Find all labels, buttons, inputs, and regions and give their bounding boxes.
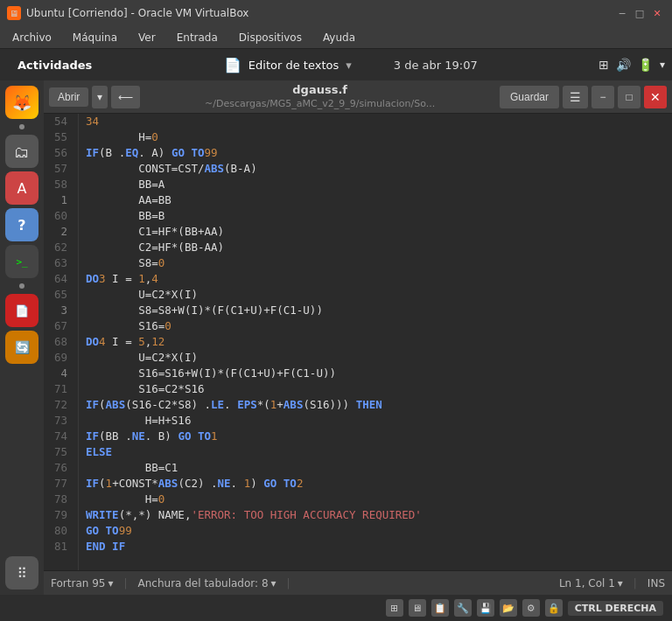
status-bar: Fortran 95 ▾ | Anchura del tabulador: 8 … bbox=[44, 570, 672, 595]
code-line-72: IF(ABS(S16-C2*S8) .LE. EPS*(1+ABS(S16)))… bbox=[86, 397, 665, 413]
history-button[interactable]: ⟵ bbox=[111, 86, 140, 108]
file-path: ~/Descargas/MG5_aMC_v2_9_9/simulacion/So… bbox=[205, 98, 435, 110]
insert-mode: INS bbox=[648, 577, 665, 590]
open-button[interactable]: Abrir bbox=[49, 87, 88, 107]
code-line-76: BB=C1 bbox=[86, 460, 665, 476]
tray-icon-8[interactable]: 🔒 bbox=[545, 599, 563, 617]
code-line-60: BB=B bbox=[86, 208, 665, 224]
tray-icon-4[interactable]: 🔧 bbox=[454, 599, 472, 617]
app-bar-right: ⊞ 🔊 🔋 ▾ bbox=[598, 58, 665, 72]
line-number-55: 55 bbox=[49, 129, 73, 145]
close-button[interactable]: ✕ bbox=[649, 5, 665, 21]
file-name: dgauss.f bbox=[292, 83, 347, 98]
sidebar-item-update[interactable]: 🔄 bbox=[5, 331, 38, 364]
line-number-62: 62 bbox=[49, 240, 73, 255]
code-line-73: H=H+S16 bbox=[86, 413, 665, 429]
sound-icon: 🔊 bbox=[616, 58, 631, 72]
tray-arrow[interactable]: ▾ bbox=[660, 59, 665, 71]
sidebar-item-files[interactable]: 🗂 bbox=[5, 135, 38, 168]
status-sep3: | bbox=[634, 577, 637, 590]
code-line-55: H=0 bbox=[86, 129, 665, 145]
save-button[interactable]: Guardar bbox=[500, 86, 559, 108]
editor-minimize-button[interactable]: − bbox=[592, 86, 614, 108]
editor-toolbar: Abrir ▾ ⟵ dgauss.f ~/Descargas/MG5_aMC_v… bbox=[44, 80, 672, 114]
code-content[interactable]: 34 H=0 IF(B .EQ. A) GO TO 99 CONST=CST/A… bbox=[79, 114, 672, 570]
menu-bar: Archivo Máquina Ver Entrada Dispositivos… bbox=[0, 26, 672, 49]
position-arrow: ▾ bbox=[618, 577, 623, 590]
app-bar: Actividades 📄 Editor de textos ▾ 3 de ab… bbox=[0, 49, 672, 80]
line-number-78: 78 bbox=[49, 492, 73, 507]
code-line-70: S16=S16+W(I)*(F(C1+U)+F(C1-U)) bbox=[86, 366, 665, 381]
code-area[interactable]: 5455565758160262636465367686947172737475… bbox=[44, 114, 672, 570]
line-number-74: 74 bbox=[49, 429, 73, 444]
sidebar-item-firefox[interactable]: 🦊 bbox=[5, 86, 38, 119]
menu-dispositivos[interactable]: Dispositivos bbox=[234, 30, 307, 45]
tray-icon-5[interactable]: 💾 bbox=[477, 599, 494, 617]
code-line-80: GO TO 99 bbox=[86, 523, 665, 539]
line-number-81: 81 bbox=[49, 539, 73, 555]
editor-dropdown-arrow[interactable]: ▾ bbox=[346, 59, 352, 72]
menu-ver[interactable]: Ver bbox=[133, 30, 161, 45]
tray-icon-6[interactable]: 📂 bbox=[500, 599, 517, 617]
code-line-81: END IF bbox=[86, 539, 665, 555]
editor-maximize-button[interactable]: □ bbox=[618, 86, 640, 108]
editor-window: Abrir ▾ ⟵ dgauss.f ~/Descargas/MG5_aMC_v… bbox=[44, 80, 672, 595]
menu-entrada[interactable]: Entrada bbox=[172, 30, 223, 45]
code-line-78: H=0 bbox=[86, 492, 665, 507]
code-line-59: AA=BB bbox=[86, 192, 665, 208]
language-selector[interactable]: Fortran 95 ▾ bbox=[51, 577, 113, 590]
code-line-65: U=C2*X(I) bbox=[86, 287, 665, 303]
editor-app-label[interactable]: Editor de textos bbox=[248, 59, 339, 72]
minimize-button[interactable]: − bbox=[614, 5, 630, 21]
window-title: Ubuntu [Corriendo] - Oracle VM VirtualBo… bbox=[26, 7, 248, 19]
line-number-71: 71 bbox=[49, 381, 73, 397]
line-number-70: 4 bbox=[49, 366, 73, 381]
open-dropdown-button[interactable]: ▾ bbox=[92, 86, 108, 108]
title-bar-left: 🖥 Ubuntu [Corriendo] - Oracle VM Virtual… bbox=[7, 6, 248, 20]
code-line-74: IF(BB .NE. B) GO TO 1 bbox=[86, 429, 665, 444]
code-line-64: DO 3 I = 1,4 bbox=[86, 271, 665, 287]
sidebar-item-help[interactable]: ? bbox=[5, 208, 38, 241]
code-line-79: WRITE(*,*) NAME,'ERROR: TOO HIGH ACCURAC… bbox=[86, 507, 665, 523]
menu-archivo[interactable]: Archivo bbox=[7, 30, 57, 45]
activities-button[interactable]: Actividades bbox=[7, 49, 102, 80]
menu-maquina[interactable]: Máquina bbox=[67, 30, 122, 45]
line-number-76: 76 bbox=[49, 460, 73, 476]
editor-app-icon: 📄 bbox=[224, 57, 242, 73]
code-line-68: DO 4 I = 5,12 bbox=[86, 334, 665, 350]
position-label: Ln 1, Col 1 bbox=[559, 577, 615, 590]
code-line-67: S16=0 bbox=[86, 318, 665, 334]
line-number-67: 67 bbox=[49, 318, 73, 334]
network-icon: ⊞ bbox=[598, 58, 609, 72]
sidebar-item-software[interactable]: A bbox=[5, 171, 38, 205]
line-number-65: 65 bbox=[49, 287, 73, 303]
editor-close-button[interactable]: ✕ bbox=[644, 86, 667, 108]
code-line-54: 34 bbox=[86, 114, 665, 129]
menu-ayuda[interactable]: Ayuda bbox=[318, 30, 360, 45]
system-tray: ⊞ 🖥 📋 🔧 💾 📂 ⚙ 🔒 CTRL DERECHA bbox=[0, 595, 672, 621]
code-line-63: S8=0 bbox=[86, 255, 665, 271]
line-number-60: 60 bbox=[49, 208, 73, 224]
maximize-button[interactable]: □ bbox=[632, 5, 648, 21]
app-bar-center: 📄 Editor de textos ▾ 3 de abr 19:07 bbox=[102, 57, 598, 73]
editor-menu-button[interactable]: ☰ bbox=[563, 86, 588, 108]
tabwidth-selector[interactable]: Anchura del tabulador: 8 ▾ bbox=[138, 577, 276, 590]
code-line-58: BB=A bbox=[86, 177, 665, 192]
code-line-57: CONST=CST/ABS(B-A) bbox=[86, 161, 665, 177]
sidebar-item-docs[interactable]: 📄 bbox=[5, 294, 38, 327]
line-number-56: 56 bbox=[49, 145, 73, 161]
line-number-58: 58 bbox=[49, 177, 73, 192]
sidebar-item-terminal[interactable]: >_ bbox=[5, 245, 38, 278]
tray-icon-7[interactable]: ⚙ bbox=[522, 599, 540, 617]
tray-icon-3[interactable]: 📋 bbox=[431, 599, 449, 617]
sidebar-dot bbox=[19, 124, 24, 129]
status-sep1: | bbox=[123, 577, 127, 590]
line-number-64: 64 bbox=[49, 271, 73, 287]
sidebar-item-grid[interactable]: ⠿ bbox=[5, 556, 38, 590]
position-display[interactable]: Ln 1, Col 1 ▾ bbox=[559, 577, 623, 590]
tray-icon-1[interactable]: ⊞ bbox=[386, 599, 403, 617]
tray-icon-2[interactable]: 🖥 bbox=[409, 599, 426, 617]
status-sep2: | bbox=[287, 577, 290, 590]
tabwidth-arrow: ▾ bbox=[271, 577, 276, 590]
datetime: 3 de abr 19:07 bbox=[394, 59, 478, 72]
